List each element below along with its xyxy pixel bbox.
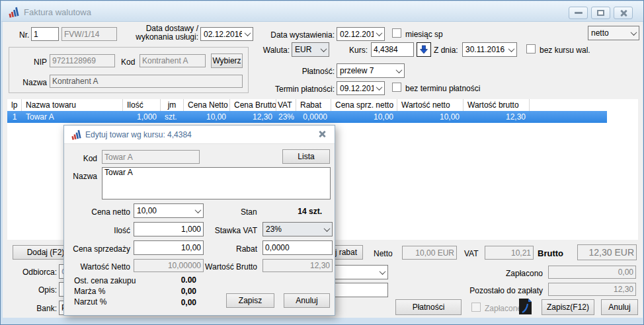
paid-field bbox=[548, 266, 636, 279]
dlg-cancel-button[interactable]: Anuluj bbox=[284, 293, 330, 308]
no-due-checkbox[interactable] bbox=[392, 83, 401, 92]
delivery-date-select[interactable]: 02.12.2016 bbox=[200, 27, 253, 41]
dlg-margin-label: Marża % bbox=[74, 287, 105, 296]
remaining-label: Pozostało do zapłaty bbox=[457, 286, 543, 295]
close-button[interactable] bbox=[614, 7, 633, 19]
netto-total-field bbox=[402, 246, 457, 260]
col-vat: VAT bbox=[276, 99, 296, 111]
save-invoice-button[interactable]: Zapisz(F12) bbox=[542, 299, 594, 315]
choose-contractor-button[interactable]: Wybierz bbox=[211, 54, 243, 68]
contractor-code-field bbox=[140, 54, 206, 67]
maximize-icon bbox=[597, 10, 604, 16]
dlg-stock-label: Stan bbox=[241, 207, 257, 217]
close-icon bbox=[620, 9, 627, 17]
chevron-down-icon bbox=[321, 223, 332, 236]
netto-total-label: Netto bbox=[374, 249, 393, 258]
invoice-window: Faktura walutowa Nr. Data dostawy / wyko… bbox=[0, 0, 644, 325]
no-rate-label: bez kursu wal. bbox=[540, 46, 590, 55]
dialog-close-button[interactable] bbox=[318, 130, 327, 139]
dlg-list-button[interactable]: Lista bbox=[282, 149, 330, 164]
rate-input[interactable] bbox=[371, 42, 414, 57]
due-date-select[interactable]: 09.12.2016 bbox=[337, 81, 385, 95]
vat-total-label: VAT bbox=[464, 249, 479, 258]
dlg-gross-value-field bbox=[262, 259, 333, 272]
chevron-down-icon bbox=[192, 204, 203, 217]
items-table-header: lp Nazwa towaru Ilość jm Cena Netto Cena… bbox=[7, 99, 638, 111]
delivery-date-label: Data dostawy / wykonania usługi: bbox=[131, 24, 198, 42]
down-arrow-icon bbox=[420, 45, 428, 54]
dlg-gross-value-label: Wartość Brutto bbox=[204, 262, 257, 271]
title-bar: Faktura walutowa bbox=[1, 1, 644, 22]
due-date-label: Termin płatności: bbox=[264, 85, 335, 94]
issue-date-select[interactable]: 02.12.2016 bbox=[337, 27, 385, 41]
paid-label: Zapłacono bbox=[463, 269, 543, 278]
dlg-quantity-input[interactable] bbox=[134, 222, 204, 236]
chevron-down-icon bbox=[318, 43, 329, 56]
dlg-net-price-label: Cena netto bbox=[71, 207, 130, 217]
contractor-name-label: Nazwa bbox=[15, 78, 47, 87]
contractor-code-label: Kod bbox=[121, 57, 135, 67]
dlg-sale-price-label: Cena sprzedaży bbox=[71, 244, 130, 254]
dlg-sale-price-input[interactable] bbox=[134, 240, 204, 255]
notes-icon[interactable] bbox=[518, 298, 533, 318]
dlg-markup-label: Narzut % bbox=[74, 297, 106, 307]
col-rabat: Rabat bbox=[296, 99, 331, 111]
dlg-net-value-field bbox=[134, 259, 204, 272]
cancel-invoice-button[interactable]: Anuluj bbox=[601, 299, 638, 315]
chevron-down-icon bbox=[628, 26, 639, 40]
col-wartosc-netto: Wartość netto bbox=[397, 99, 463, 111]
nip-field bbox=[50, 54, 115, 67]
paid-checkbox-label: Zapłacone bbox=[485, 304, 522, 313]
dlg-name-textarea[interactable]: Towar A bbox=[102, 167, 331, 199]
fetch-rate-button[interactable] bbox=[417, 42, 431, 57]
currency-label: Waluta: bbox=[261, 46, 290, 55]
table-row[interactable]: 1 Towar A 1,000 szt. 10,00 12,30 23% 0,0… bbox=[7, 111, 607, 123]
col-cena-sprz-netto: Cena sprz. netto bbox=[331, 99, 397, 111]
dlg-vat-rate-label: Stawka VAT bbox=[211, 226, 257, 235]
dlg-discount-input[interactable] bbox=[262, 240, 333, 255]
window-title: Faktura walutowa bbox=[24, 7, 91, 17]
dlg-quantity-label: Ilość bbox=[71, 226, 130, 235]
rate-label: Kurs: bbox=[341, 46, 368, 55]
col-lp: lp bbox=[7, 99, 22, 111]
chevron-down-icon bbox=[242, 28, 253, 40]
payments-button[interactable]: Płatności bbox=[395, 299, 462, 315]
no-rate-checkbox[interactable] bbox=[526, 44, 536, 54]
currency-select[interactable]: EUR bbox=[292, 42, 329, 57]
remaining-field bbox=[548, 283, 636, 296]
nr-input[interactable] bbox=[31, 27, 59, 41]
issue-date-label: Data wystawienia: bbox=[264, 30, 335, 40]
dlg-net-price-select[interactable]: 10,00 bbox=[134, 203, 204, 218]
chevron-down-icon bbox=[374, 82, 384, 94]
contractor-name-field bbox=[50, 75, 243, 88]
month-sp-checkbox[interactable] bbox=[392, 28, 401, 38]
chevron-down-icon bbox=[374, 28, 384, 40]
dlg-net-value-label: Wartość Netto bbox=[71, 262, 130, 271]
maximize-button[interactable] bbox=[591, 7, 610, 19]
dlg-name-label: Nazwa bbox=[71, 172, 97, 181]
col-cena-brutto: Cena Brutto bbox=[230, 99, 276, 111]
paid-checkbox bbox=[471, 303, 481, 312]
description-label: Opis: bbox=[15, 285, 57, 295]
minimize-icon bbox=[575, 12, 583, 14]
col-nazwa-towaru: Nazwa towaru bbox=[22, 99, 123, 111]
dlg-vat-rate-select[interactable]: 23% bbox=[262, 222, 333, 236]
rate-date-select[interactable]: 30.11.2016 bbox=[462, 42, 517, 57]
rate-date-label: Z dnia: bbox=[434, 46, 458, 55]
edit-item-dialog: Edytuj towar wg kursu: 4,4384 Kod Lista … bbox=[63, 125, 335, 316]
app-icon bbox=[8, 7, 19, 18]
dlg-stock-value: 14 szt. bbox=[276, 207, 322, 216]
no-due-label: bez terminu płatności bbox=[405, 84, 480, 93]
doc-number-field bbox=[61, 27, 117, 41]
dlg-last-purchase-value: 0.00 bbox=[150, 275, 196, 285]
dlg-save-button[interactable]: Zapisz bbox=[226, 293, 274, 308]
payment-select[interactable]: przelew 7 bbox=[337, 63, 405, 78]
col-jm: jm bbox=[161, 99, 184, 111]
chevron-down-icon bbox=[506, 43, 516, 56]
dlg-markup-value: 0,00 bbox=[150, 298, 196, 307]
amount-mode-select[interactable]: netto bbox=[588, 26, 639, 40]
minimize-button[interactable] bbox=[569, 7, 588, 19]
bank-label: Bank: bbox=[15, 304, 57, 313]
col-ilosc: Ilość bbox=[123, 99, 161, 111]
vat-total-field bbox=[485, 246, 534, 260]
